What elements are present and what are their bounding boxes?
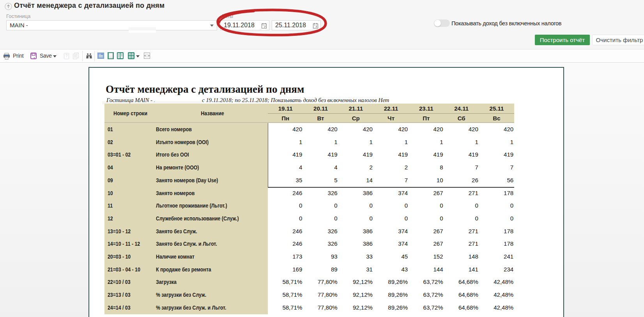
svg-text:?: ? [65,54,68,58]
